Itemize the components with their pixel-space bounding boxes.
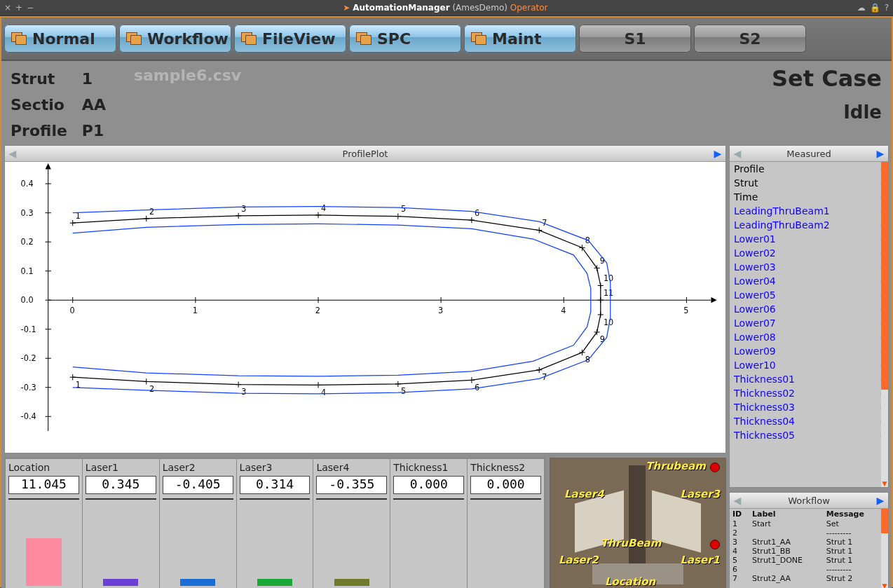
gauge-value: 0.345 [86,476,156,494]
plot-next-icon[interactable]: ▶ [711,147,724,160]
info-key-strut: Strut [10,67,80,91]
measured-key: Profile [734,163,880,175]
measured-row[interactable]: LeadingThruBeam2- [730,218,888,232]
svg-text:11: 11 [604,288,613,298]
svg-text:0.1: 0.1 [21,266,34,276]
wf-row[interactable]: 6--------- [730,565,881,574]
windows-stack-icon [471,32,486,45]
profile-plot[interactable]: 012345-0.4-0.3-0.2-0.10.00.10.20.30.4123… [5,162,725,453]
svg-text:0: 0 [70,306,75,315]
cloud-icon[interactable]: ☁ [857,3,866,13]
gauge-value: 0.000 [393,476,464,494]
wf-col-header: Message [824,509,881,519]
workflow-prev-icon[interactable]: ◀ [731,494,744,507]
tab-normal[interactable]: Normal [4,25,116,53]
gauge-label: Laser2 [163,462,233,476]
measured-prev-icon[interactable]: ◀ [731,147,744,160]
gauge-label: Laser1 [86,462,156,476]
measured-row[interactable]: Lower07- [730,316,888,330]
set-case-button[interactable]: Set Case [772,65,882,92]
measured-key: Lower08 [734,331,880,343]
wf-row[interactable]: 2--------- [730,528,881,538]
gauge-label: Thickness2 [470,462,541,476]
measured-next-icon[interactable]: ▶ [874,147,887,160]
measured-key: Lower02 [734,247,880,259]
measured-row[interactable]: Lower04- [730,274,888,288]
measured-row[interactable]: Lower01- [730,232,888,246]
cam-label-thrubeam-mid: ThruBeam [601,537,661,549]
measured-row[interactable]: Lower09- [730,344,888,358]
tab-spc[interactable]: SPC [349,25,461,53]
window-title-bar: × + − ➤ AutomationManager (AmesDemo) Ope… [0,0,893,16]
measured-row[interactable]: Thickness05- [730,428,888,442]
workflow-table[interactable]: IDLabelMessage1StartSet2---------3Strut1… [730,509,881,583]
svg-text:2: 2 [315,306,320,315]
gauge-bar-area [393,498,464,586]
measured-row[interactable]: Lower02- [730,246,888,260]
gauge-bar-area [8,498,79,586]
tab-label: S1 [624,30,646,48]
tab-maint[interactable]: Maint [464,25,576,53]
workflow-next-icon[interactable]: ▶ [874,494,887,507]
tab-workflow[interactable]: Workflow [119,25,231,53]
svg-text:1: 1 [193,306,198,315]
workflow-panel: ◀ Workflow ▶ IDLabelMessage1StartSet2---… [729,492,889,588]
app-logo-icon: ➤ [343,3,350,13]
measured-key: Thickness01 [734,374,880,385]
window-min-icon[interactable]: − [27,3,34,13]
measured-row[interactable]: Profile- [730,162,888,176]
wf-col-header: Label [749,509,824,519]
wf-row[interactable]: 4Strut1_BBStrut 1 [730,547,881,556]
tab-fileview[interactable]: FileView [234,25,346,53]
help-icon[interactable]: ? [885,3,889,13]
measured-key: Thickness04 [734,416,880,427]
measured-key: Lower03 [734,261,880,273]
measured-row[interactable]: Thickness04- [730,414,888,428]
tab-s1[interactable]: S1 [579,25,691,53]
measured-row[interactable]: Lower05- [730,288,888,302]
wf-row[interactable]: 5Strut1_DONEStrut 1 [730,556,881,565]
measured-row[interactable]: LeadingThruBeam1- [730,204,888,218]
measured-key: Lower07 [734,317,880,329]
wf-scroll-thumb[interactable] [881,509,888,533]
gauge-bar-area [316,498,387,586]
svg-text:0.2: 0.2 [21,237,34,247]
wf-scroll-down-icon[interactable]: ▼ [881,582,888,588]
window-close-icon[interactable]: × [4,3,11,13]
measured-row[interactable]: Lower06- [730,302,888,316]
wf-row[interactable]: 3Strut1_AAStrut 1 [730,538,881,547]
plot-prev-icon[interactable]: ◀ [6,147,19,160]
measured-row[interactable]: Time- [730,190,888,204]
scroll-thumb[interactable] [881,162,888,390]
measured-key: LeadingThruBeam1 [734,205,880,217]
tab-label: FileView [262,30,335,48]
measured-row[interactable]: Lower08- [730,330,888,344]
svg-text:3: 3 [438,306,443,315]
measured-row[interactable]: Lower03- [730,260,888,274]
measured-row[interactable]: Lower10- [730,358,888,372]
gauge-bar [180,579,215,586]
wf-row[interactable]: 1StartSet [730,519,881,528]
measured-row[interactable]: Thickness02- [730,386,888,400]
svg-text:-0.3: -0.3 [21,383,36,392]
current-file-label: sample6.csv [127,61,248,142]
info-key-profile: Profile [10,118,80,143]
scroll-down-icon[interactable]: ▼ [881,480,888,487]
measured-scrollbar[interactable]: ▲ ▼ [881,162,888,487]
gauge-value: 0.314 [240,476,311,494]
lock-icon[interactable]: 🔒 [870,3,880,13]
svg-text:-0.2: -0.2 [21,353,36,363]
wf-row[interactable]: 7Strut2_AAStrut 2 [730,574,881,583]
gauge-laser2: Laser2-0.405 [160,458,237,588]
cam-label-laser1: Laser1 [680,554,720,566]
measured-row[interactable]: Thickness03- [730,400,888,414]
measured-row[interactable]: Thickness01- [730,372,888,386]
svg-text:5: 5 [401,204,406,214]
window-max-icon[interactable]: + [15,3,22,13]
main-tabs: NormalWorkflowFileViewSPCMaintS1S2 [1,18,892,61]
measured-row[interactable]: Strut- [730,176,888,190]
tab-s2[interactable]: S2 [694,25,806,53]
workflow-scrollbar[interactable]: ▲ ▼ [881,509,888,588]
cam-label-laser3: Laser3 [680,488,720,500]
gauge-label: Thickness1 [393,462,464,476]
